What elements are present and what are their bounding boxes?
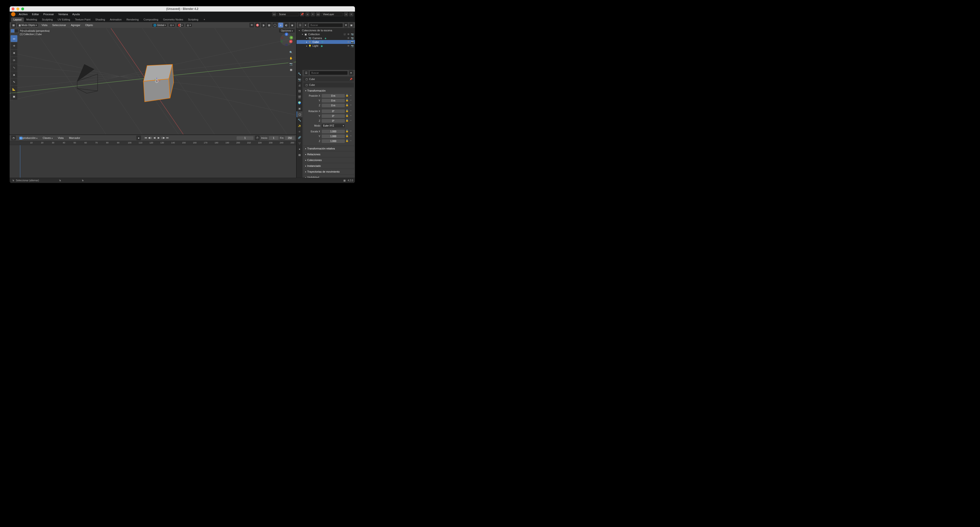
autokey-toggle-icon[interactable]: ● xyxy=(136,135,141,140)
viewlayer-browse-icon[interactable]: ▭ xyxy=(316,12,320,16)
workspace-tab-geometry-nodes[interactable]: Geometry Nodes xyxy=(161,17,185,22)
outliner-scene-collection[interactable]: ▪Colecciones de la escena xyxy=(297,29,355,32)
tool-cursor[interactable]: ✛ xyxy=(11,43,18,49)
select-mode-box[interactable] xyxy=(14,29,18,33)
jump-to-start-icon[interactable]: ⏮ xyxy=(143,135,148,140)
xray-toggle-icon[interactable]: ▦ xyxy=(267,23,272,27)
frame-lock-icon[interactable]: ⏱ xyxy=(255,135,260,140)
rotation-z-field[interactable]: 0° xyxy=(322,119,345,123)
panel-transformacion-header[interactable]: ▾Transformación xyxy=(303,88,354,93)
workspace-tab-sculpting[interactable]: Sculpting xyxy=(40,17,55,22)
camera-eye-icon[interactable]: 👁 xyxy=(347,37,350,40)
menu-ventana[interactable]: Ventana xyxy=(56,12,70,16)
cube-render-icon[interactable]: 📷 xyxy=(351,40,354,44)
lock-pos-x-icon[interactable]: 🔓 xyxy=(345,94,349,97)
light-eye-icon[interactable]: 👁 xyxy=(347,44,350,48)
workspace-tab-uv-editing[interactable]: UV Editing xyxy=(55,17,73,22)
timeline-menu-claves[interactable]: Claves ▾ xyxy=(41,136,54,140)
prop-tab-collection-icon[interactable]: ▣ xyxy=(297,106,302,111)
collection-checkbox-icon[interactable]: ☑ xyxy=(343,33,346,36)
end-frame-field[interactable]: 250 xyxy=(285,136,295,140)
timeline-menu-marcador[interactable]: Marcador xyxy=(67,136,82,140)
viewport-menu-seleccionar[interactable]: Seleccionar xyxy=(50,23,68,27)
prop-tab-scene-icon[interactable]: 🎬 xyxy=(297,94,302,100)
workspace-tab-layout[interactable]: Layout xyxy=(11,17,24,22)
gizmos-toggle-icon[interactable]: 🎯 xyxy=(255,23,260,27)
camera-render-icon[interactable]: 📷 xyxy=(351,37,354,40)
scene-browse-icon[interactable]: ▭ xyxy=(272,12,276,16)
play-reverse-icon[interactable]: ◀ xyxy=(152,135,156,140)
snap-toggle[interactable]: 🧲▾ xyxy=(176,23,184,27)
scale-z-field[interactable]: 1.000 xyxy=(322,139,345,143)
workspace-tab-scripting[interactable]: Scripting xyxy=(185,17,200,22)
jump-prev-keyframe-icon[interactable]: ◀◇ xyxy=(148,135,152,140)
pin-icon[interactable]: 📌 xyxy=(349,78,353,81)
outliner-collection[interactable]: ▾▣Collection ☑👁📷 xyxy=(297,32,355,36)
tool-move[interactable]: ✥ xyxy=(11,50,18,56)
viewport-nav-gizmo[interactable]: X Y Z xyxy=(279,32,294,47)
interaction-mode-dropdown[interactable]: ▦Modo Objeto▾ xyxy=(17,23,38,27)
outliner-item-camera[interactable]: ▸📷Camera ◈ 👁📷 xyxy=(297,36,355,40)
prop-tab-particle-icon[interactable]: ✨ xyxy=(297,123,302,129)
zoom-icon[interactable]: 🔍 xyxy=(288,50,294,55)
lock-rot-x-icon[interactable]: 🔓 xyxy=(345,110,349,113)
jump-next-keyframe-icon[interactable]: ◇▶ xyxy=(161,135,165,140)
rotation-y-field[interactable]: 0° xyxy=(322,114,345,118)
object-name-field[interactable]: ▢Cube xyxy=(303,83,354,87)
prop-tab-render-icon[interactable]: 📷 xyxy=(297,77,302,83)
shading-rendered-icon[interactable]: ◉ xyxy=(290,23,295,27)
start-frame-field[interactable]: 1 xyxy=(269,136,278,140)
select-mode-tweak[interactable] xyxy=(11,29,14,33)
prop-tab-object-icon[interactable]: ▢ xyxy=(297,111,302,117)
jump-to-end-icon[interactable]: ⏭ xyxy=(165,135,170,140)
shading-solid-icon[interactable]: ● xyxy=(278,23,283,27)
outliner-item-cube[interactable]: ▸▽Cube ▽ 👁📷 xyxy=(297,40,355,44)
tool-add-cube[interactable]: ▣ xyxy=(11,93,18,100)
object-visibility-icon[interactable]: 👁 xyxy=(249,23,254,27)
timeline-editor-type-icon[interactable]: ◔ xyxy=(11,135,16,140)
timeline-menu-vista[interactable]: Vista xyxy=(56,136,65,140)
position-x-field[interactable]: 0 m xyxy=(322,94,345,98)
lock-scale-x-icon[interactable]: 🔓 xyxy=(345,130,349,133)
outliner-item-light[interactable]: ▸💡Light ◉ 👁📷 xyxy=(297,44,355,48)
light-render-icon[interactable]: 📷 xyxy=(351,44,354,48)
viewlayer-name-field[interactable]: ViewLayer xyxy=(321,13,343,16)
overlays-toggle-icon[interactable]: ◑ xyxy=(261,23,266,27)
prop-tab-physics-icon[interactable]: ⚛ xyxy=(297,129,302,135)
prop-tab-output-icon[interactable]: 🖨 xyxy=(297,83,302,88)
transform-orientation-dropdown[interactable]: 🌐Global▾ xyxy=(152,23,167,27)
tool-measure[interactable]: 📐 xyxy=(11,86,18,92)
collection-render-icon[interactable]: 📷 xyxy=(351,33,354,36)
minimize-window-button[interactable] xyxy=(16,8,19,10)
menu-procesar[interactable]: Procesar xyxy=(41,12,56,16)
prop-tab-tool-icon[interactable]: 🔧 xyxy=(297,71,302,77)
shading-material-icon[interactable]: ◐ xyxy=(284,23,289,27)
camera-view-icon[interactable]: 📷 xyxy=(288,61,294,67)
viewport-options-dropdown[interactable]: Opciones ▾ xyxy=(279,29,295,33)
tool-rotate[interactable]: ⟳ xyxy=(11,57,18,63)
workspace-tab-modeling[interactable]: Modeling xyxy=(24,17,40,22)
prop-tab-constraint-icon[interactable]: 🔗 xyxy=(297,135,302,140)
pivot-point-dropdown[interactable]: ⊙▾ xyxy=(168,23,175,27)
viewport-menu-objeto[interactable]: Objeto xyxy=(83,23,95,27)
lock-pos-y-icon[interactable]: 🔓 xyxy=(345,99,349,102)
scale-x-field[interactable]: 1.000 xyxy=(322,130,345,133)
prop-tab-data-icon[interactable]: ▽ xyxy=(297,140,302,146)
prop-tab-world-icon[interactable]: 🌍 xyxy=(297,100,302,106)
outliner-editor-type-icon[interactable]: ☰ xyxy=(298,23,302,27)
position-y-field[interactable]: 0 m xyxy=(322,99,345,102)
tool-transform[interactable]: ◈ xyxy=(11,71,18,78)
perspective-toggle-icon[interactable]: ▦ xyxy=(288,67,294,72)
properties-editor-type-icon[interactable]: ☰ xyxy=(304,70,309,75)
lock-rot-y-icon[interactable]: 🔓 xyxy=(345,114,349,117)
workspace-tab-add[interactable]: ＋ xyxy=(200,17,208,22)
cube-object[interactable] xyxy=(143,64,173,102)
prop-tab-modifier-icon[interactable]: 🔧 xyxy=(297,117,302,123)
scene-new-icon[interactable]: ＋ xyxy=(305,12,310,16)
properties-options-icon[interactable]: ▾ xyxy=(349,70,353,75)
lock-pos-z-icon[interactable]: 🔓 xyxy=(345,104,349,107)
workspace-tab-animation[interactable]: Animation xyxy=(108,17,124,22)
timeline-ruler[interactable]: 1 10203040506070809010011012013014015016… xyxy=(10,141,296,145)
menu-editar[interactable]: Editar xyxy=(30,12,41,16)
workspace-tab-rendering[interactable]: Rendering xyxy=(124,17,141,22)
